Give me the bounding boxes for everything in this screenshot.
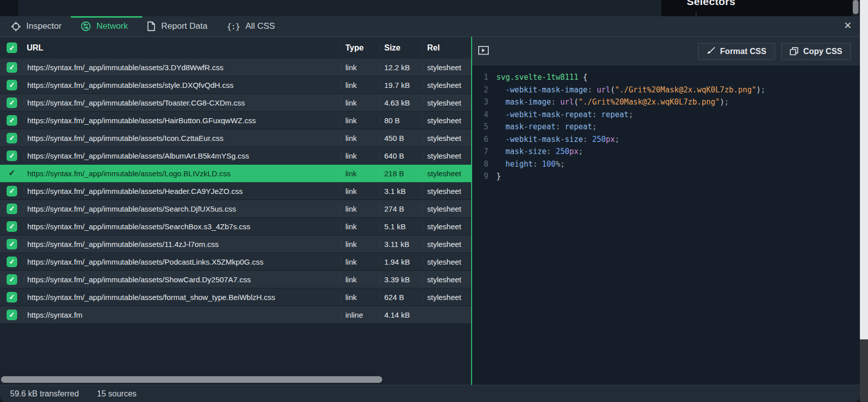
table-row[interactable]: ✓ https://syntax.fm/_app/immutable/asset… [0,271,471,288]
row-type: link [341,169,380,178]
row-type: link [341,258,380,266]
selectors-title: Selectors [687,0,735,8]
row-type: link [341,98,380,107]
row-checkbox[interactable]: ✓ [7,62,17,73]
table-body: ✓ https://syntax.fm/_app/immutable/asset… [0,59,471,324]
row-checkbox[interactable]: ✓ [7,168,17,179]
row-type: link [341,275,380,284]
row-url: https://syntax.fm/_app/immutable/assets/… [24,116,341,125]
row-rel: stylesheet [423,240,471,248]
panel-toggle-button[interactable] [478,46,489,57]
row-checkbox[interactable]: ✓ [7,310,17,320]
select-all-checkbox[interactable]: ✓ [7,42,17,53]
code-line: 1svg.svelte-1tw8111 { [476,71,860,84]
check-icon: ✓ [9,311,15,318]
check-icon: ✓ [9,205,15,212]
row-size: 218 B [380,169,423,178]
row-size: 80 B [380,116,423,125]
row-rel: stylesheet [423,81,471,89]
table-header-row: ✓ URL Type Size Rel [0,37,471,59]
transferred-total: 59.6 kB transferred [10,389,79,398]
row-checkbox-cell: ✓ [0,257,24,267]
tab-report-data[interactable]: Report Data [147,21,208,31]
check-icon: ✓ [9,187,15,194]
row-size: 3.39 kB [380,275,423,284]
row-url: https://syntax.fm/_app/immutable/assets/… [24,63,341,72]
table-row[interactable]: ✓ https://syntax.fm/_app/immutable/asset… [0,112,471,129]
row-rel: stylesheet [423,98,471,107]
table-row[interactable]: ✓ https://syntax.fm/_app/immutable/asset… [0,182,471,200]
row-size: 12.2 kB [380,63,423,72]
row-size: 1.94 kB [380,258,423,266]
close-icon[interactable]: ✕ [844,21,852,30]
row-checkbox-cell: ✓ [0,221,24,232]
tab-bar: Inspector Network Report Data [0,16,860,37]
tab-inspector[interactable]: Inspector [11,21,62,31]
row-checkbox[interactable]: ✓ [7,274,17,285]
table-row[interactable]: ✓ https://syntax.fm/_app/immutable/asset… [0,147,471,165]
row-checkbox[interactable]: ✓ [7,115,17,126]
row-checkbox-cell: ✓ [0,168,24,179]
row-checkbox[interactable]: ✓ [7,80,17,90]
row-checkbox[interactable]: ✓ [7,239,17,249]
row-size: 624 B [380,293,423,302]
row-checkbox[interactable]: ✓ [7,204,17,214]
row-checkbox[interactable]: ✓ [7,186,17,196]
row-type: link [341,81,380,89]
code-line: 4 -webkit-mask-repeat: repeat; [476,109,860,121]
table-row[interactable]: ✓ https://syntax.fm inline 4.14 kB [0,306,471,324]
code-line: 6 -webkit-mask-size: 250px; [476,133,860,146]
check-icon: ✓ [9,276,15,283]
overlapping-squares-icon [790,47,798,56]
status-bar: 59.6 kB transferred 15 sources [0,385,860,402]
selectors-column-divider [696,12,696,16]
page-background-strip: Selectors [0,0,860,16]
column-header-url: URL [24,43,341,53]
table-row[interactable]: ✓ https://syntax.fm/_app/immutable/asset… [0,165,471,182]
window-scrollbar-track[interactable] [860,0,868,339]
row-url: https://syntax.fm/_app/immutable/assets/… [24,240,341,248]
table-row[interactable]: ✓ https://syntax.fm/_app/immutable/asset… [0,94,471,112]
horizontal-scrollbar-thumb[interactable] [1,376,382,383]
row-checkbox[interactable]: ✓ [7,133,17,143]
row-checkbox[interactable]: ✓ [7,292,17,303]
row-checkbox-cell: ✓ [0,239,24,249]
row-size: 4.63 kB [380,98,423,107]
row-type: link [341,63,380,72]
row-size: 4.14 kB [380,311,423,319]
format-css-button[interactable]: Format CSS [698,43,775,60]
check-icon: ✓ [9,81,15,88]
row-url: https://syntax.fm [24,311,341,319]
copy-css-button[interactable]: Copy CSS [781,43,851,60]
row-type: link [341,240,380,248]
row-checkbox[interactable]: ✓ [7,257,17,267]
row-checkbox[interactable]: ✓ [7,221,17,232]
row-url: https://syntax.fm/_app/immutable/assets/… [24,169,341,178]
table-row[interactable]: ✓ https://syntax.fm/_app/immutable/asset… [0,253,471,271]
row-url: https://syntax.fm/_app/immutable/assets/… [24,258,341,266]
table-row[interactable]: ✓ https://syntax.fm/_app/immutable/asset… [0,59,471,76]
table-row[interactable]: ✓ https://syntax.fm/_app/immutable/asset… [0,129,471,147]
table-row[interactable]: ✓ https://syntax.fm/_app/immutable/asset… [0,76,471,94]
row-rel: stylesheet [423,169,471,178]
row-url: https://syntax.fm/_app/immutable/assets/… [24,81,341,89]
row-size: 19.7 kB [380,81,423,89]
table-row[interactable]: ✓ https://syntax.fm/_app/immutable/asset… [0,218,471,235]
tab-network[interactable]: Network [81,21,128,31]
devtools-panel: Inspector Network Report Data [0,16,860,402]
page-scrollbar-thumb[interactable] [853,0,858,14]
table-row[interactable]: ✓ https://syntax.fm/_app/immutable/asset… [0,235,471,253]
row-rel: stylesheet [423,187,471,195]
code-line: 7 mask-size: 250px; [476,145,860,158]
row-checkbox-cell: ✓ [0,97,24,108]
table-row[interactable]: ✓ https://syntax.fm/_app/immutable/asset… [0,200,471,218]
row-rel: stylesheet [423,116,471,125]
row-checkbox[interactable]: ✓ [7,97,17,108]
tab-all-css[interactable]: {:} All CSS [227,21,275,31]
row-url: https://syntax.fm/_app/immutable/assets/… [24,98,341,107]
row-checkbox-cell: ✓ [0,292,24,303]
table-row[interactable]: ✓ https://syntax.fm/_app/immutable/asset… [0,288,471,306]
row-checkbox[interactable]: ✓ [7,150,17,161]
row-checkbox-cell: ✓ [0,310,24,320]
css-viewer-toolbar: Format CSS Copy CSS [472,37,860,66]
